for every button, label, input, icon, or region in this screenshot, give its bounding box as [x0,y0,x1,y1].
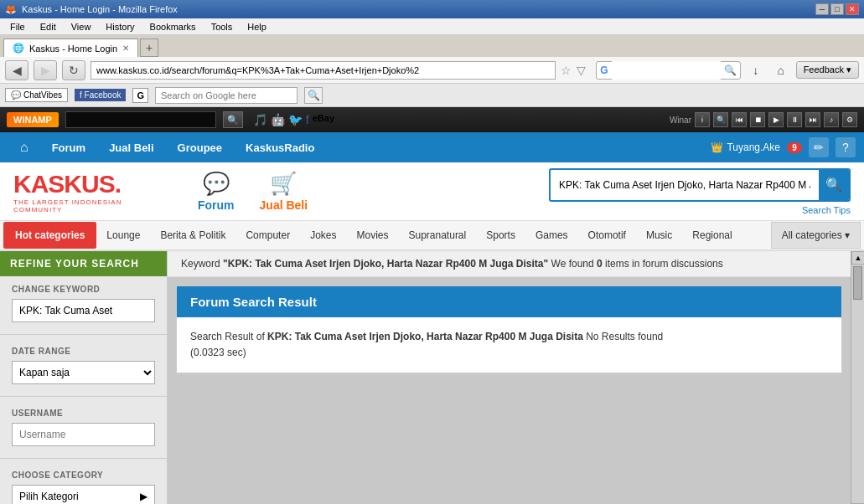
winamp-search-ctrl-button[interactable]: 🔍 [713,112,728,127]
nav-forum-button[interactable]: Forum [40,132,97,162]
found-count: 0 [597,258,603,270]
forum-label: Forum [198,198,235,212]
forum-nav-item[interactable]: 💬 Forum [198,171,235,212]
nav-home-button[interactable]: ⌂ [8,132,40,162]
scroll-up-button[interactable]: ▲ [851,251,864,265]
menu-edit[interactable]: Edit [34,20,63,33]
result-panel-header: Forum Search Result [177,286,841,317]
bookmark-star-icon[interactable]: ☆ [561,64,572,77]
forum-jualbeli-nav: 💬 Forum 🛒 Jual Beli [198,171,308,212]
active-tab[interactable]: 🌐 Kaskus - Home Login ✕ [3,39,138,57]
close-button[interactable]: ✕ [846,3,859,15]
forward-button[interactable]: ▶ [34,60,57,80]
cat-tab-movies[interactable]: Movies [346,222,398,249]
cat-tab-regional[interactable]: Regional [682,222,742,249]
new-tab-button[interactable]: + [140,39,158,57]
date-label: DATE RANGE [12,347,155,356]
refresh-button[interactable]: ↻ [62,60,85,80]
winamp-plugin1-icon[interactable]: 🎵 [253,113,267,126]
winamp-prev-button[interactable]: ⏮ [732,112,747,127]
keyword-section: CHANGE KEYWORD [0,276,167,331]
jualbeli-nav-item[interactable]: 🛒 Jual Beli [260,171,308,212]
nav-radio-button[interactable]: KaskusRadio [234,132,326,162]
winamp-stop-button[interactable]: ⏹ [750,112,765,127]
maximize-button[interactable]: □ [830,3,844,15]
cat-tab-sports[interactable]: Sports [476,222,525,249]
cat-tab-music[interactable]: Music [636,222,682,249]
winamp-settings-button[interactable]: ⚙ [842,112,857,127]
google-g-icon: G [137,90,144,100]
chatvibes-button[interactable]: 💬 ChatVibes [5,88,68,102]
all-categories-button[interactable]: All categories ▾ [771,222,861,249]
header-search-button[interactable]: 🔍 [819,170,849,200]
winamp-twitter-icon[interactable]: 🐦 [288,113,303,126]
menu-tools[interactable]: Tools [204,20,240,33]
cat-tab-computer[interactable]: Computer [235,222,300,249]
feedback-button[interactable]: Feedback ▾ [796,61,859,79]
header-search-input[interactable] [551,172,819,198]
winamp-play-button[interactable]: ▶ [768,112,784,127]
cat-tab-otomotif[interactable]: Otomotif [578,222,636,249]
toolbar-row: 💬 ChatVibes f Facebook G 🔍 [0,84,864,107]
facebook-button[interactable]: f Facebook [75,89,126,101]
address-input[interactable] [91,61,556,80]
winamp-pause-button[interactable]: ⏸ [787,112,802,127]
winamp-search-button[interactable]: 🔍 [223,111,243,128]
winamp-plugin2-icon[interactable]: 🤖 [271,113,285,126]
menu-file[interactable]: File [3,20,32,33]
minimize-button[interactable]: ─ [815,3,829,15]
winamp-facebook-icon[interactable]: f [306,113,309,126]
tab-label: Kaskus - Home Login [29,44,117,54]
cat-tab-jokes[interactable]: Jokes [300,222,346,249]
facebook-label: f Facebook [80,90,121,100]
menu-history[interactable]: History [99,20,141,33]
menu-help[interactable]: Help [241,20,273,33]
keyword-prefix: Keyword [181,258,223,270]
menu-view[interactable]: View [65,20,98,33]
bookmark-arrow-icon[interactable]: ▽ [577,64,586,77]
winamp-track-input[interactable] [65,111,216,128]
hot-categories-button[interactable]: Hot categories [3,222,96,249]
category-select[interactable]: Pilih Kategori ▶ [12,485,155,504]
back-button[interactable]: ◀ [5,60,28,80]
download-button[interactable]: ↓ [746,60,766,80]
username-input[interactable] [12,423,155,446]
window-controls[interactable]: ─ □ ✕ [815,3,859,15]
nav-groupee-button[interactable]: Groupee [166,132,234,162]
winamp-ebay-icon[interactable]: eBay [313,113,334,126]
scrollbar[interactable]: ▲ ▼ [851,251,864,504]
kaskus-logo: KASKUS. THE LARGEST INDONESIAN COMMUNITY [13,170,147,213]
notification-badge[interactable]: 9 [787,142,802,153]
winamp-info-button[interactable]: i [695,112,710,127]
refine-sidebar: REFINE YOUR SEARCH CHANGE KEYWORD DATE R… [0,251,168,504]
winamp-next-button[interactable]: ⏭ [805,112,820,127]
browser-search-button[interactable]: 🔍 [721,64,740,76]
browser-search-input[interactable] [612,61,721,80]
kaskus-header: KASKUS. THE LARGEST INDONESIAN COMMUNITY… [0,162,864,221]
winamp-volume-button[interactable]: ♪ [824,112,839,127]
cat-tab-lounge[interactable]: Lounge [96,222,150,249]
home-button[interactable]: ⌂ [771,60,791,80]
date-select[interactable]: Kapan saja [12,361,155,384]
google-g-button[interactable]: G [132,88,148,103]
search-tips-link[interactable]: Search Tips [802,205,851,215]
menu-bookmarks[interactable]: Bookmarks [143,20,203,33]
forum-icon: 💬 [203,171,230,197]
scroll-thumb[interactable] [853,266,862,300]
title-bar-left: 🦊 Kaskus - Home Login - Mozilla Firefox [5,4,178,15]
username-label[interactable]: Tuyang.Ake [727,141,780,153]
help-button[interactable]: ? [836,137,856,157]
google-search-go-button[interactable]: 🔍 [304,87,323,104]
google-search-input[interactable] [155,87,297,104]
edit-button[interactable]: ✏ [809,137,829,157]
keyword-input[interactable] [12,299,155,322]
cat-tab-games[interactable]: Games [525,222,578,249]
nav-jualbeli-button[interactable]: Jual Beli [97,132,165,162]
kaskus-tagline: THE LARGEST INDONESIAN COMMUNITY [13,198,147,213]
cat-tab-berita[interactable]: Berita & Politik [150,222,235,249]
main-content: REFINE YOUR SEARCH CHANGE KEYWORD DATE R… [0,251,864,504]
cat-tab-supranatural[interactable]: Supranatural [399,222,477,249]
divider2 [0,396,167,397]
refine-header: REFINE YOUR SEARCH [0,251,167,276]
tab-close-button[interactable]: ✕ [122,44,129,53]
